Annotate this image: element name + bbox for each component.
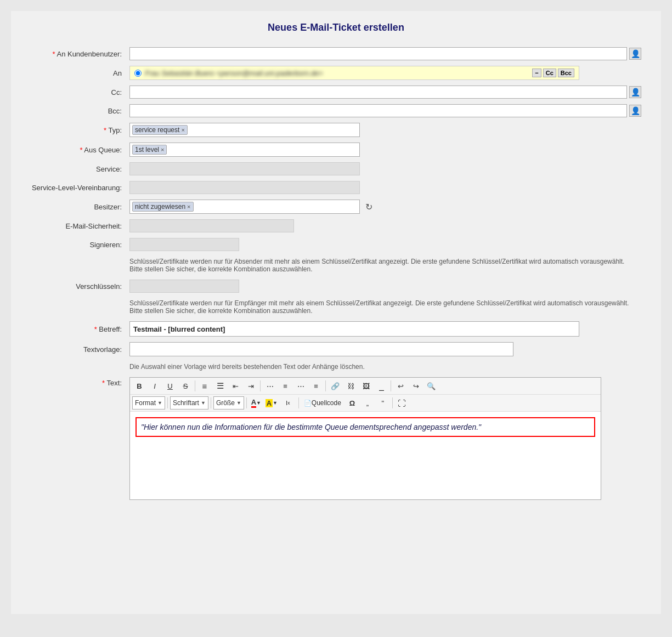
- betreff-input[interactable]: [129, 321, 579, 337]
- bcc-input[interactable]: [129, 104, 627, 117]
- besitzer-tag-remove[interactable]: ×: [187, 203, 190, 210]
- an-radio[interactable]: [134, 70, 142, 77]
- editor-toolbar-row1: B I U S ≡ ☰ ⇤ ⇥ ⋯ ≡ ⋯: [130, 378, 601, 395]
- toolbar-unlink-btn[interactable]: ⛓: [343, 379, 358, 393]
- toolbar-ordered-list-btn[interactable]: ≡: [197, 379, 212, 393]
- verschluesseln-hint-row: Schlüssel/Zertifikate werden nur für Emp…: [27, 295, 645, 318]
- an-minus-btn[interactable]: −: [532, 69, 541, 77]
- toolbar-indent-less-btn[interactable]: ⇤: [228, 379, 242, 393]
- aus-queue-tag-remove[interactable]: ×: [161, 146, 164, 153]
- toolbar-sep-5: [167, 397, 168, 408]
- toolbar-align-center-btn[interactable]: ≡: [278, 379, 292, 393]
- verschluesseln-row: Verschlüsseln:: [27, 277, 645, 295]
- sla-input[interactable]: [129, 181, 360, 194]
- an-kundenbenutzer-field: 👤: [129, 47, 641, 60]
- besitzer-label: Besitzer:: [27, 197, 126, 217]
- toolbar-fullscreen-btn[interactable]: ⛶: [395, 396, 409, 410]
- verschluesseln-label: Verschlüsseln:: [27, 277, 126, 295]
- toolbar-justify-btn[interactable]: ≡: [309, 379, 323, 393]
- typ-row: * Typ: service request ×: [27, 120, 645, 140]
- textvorlage-input[interactable]: [129, 342, 513, 356]
- toolbar-unordered-list-btn[interactable]: ☰: [213, 379, 227, 393]
- aus-queue-tag: 1st level ×: [132, 145, 167, 155]
- toolbar-underline-btn[interactable]: U: [163, 379, 177, 393]
- an-cc-btn[interactable]: Cc: [543, 69, 556, 77]
- besitzer-input[interactable]: nicht zugewiesen ×: [129, 200, 360, 214]
- toolbar-align-right-btn[interactable]: ⋯: [293, 379, 308, 393]
- editor-toolbar-row2: Format ▼ Schriftart ▼ Größe ▼: [130, 395, 601, 412]
- toolbar-strikethrough-btn[interactable]: S: [178, 379, 193, 393]
- service-input[interactable]: [129, 162, 360, 175]
- toolbar-link-btn[interactable]: 🔗: [328, 379, 342, 393]
- editor-content[interactable]: "Hier können nun die Informationen für d…: [130, 412, 601, 467]
- toolbar-omega-btn[interactable]: Ω: [345, 396, 359, 410]
- quellcode-icon: 📄: [304, 400, 312, 407]
- toolbar-schriftart-dropdown[interactable]: Schriftart ▼: [170, 396, 208, 410]
- service-row: Service:: [27, 160, 645, 178]
- textvorlage-row: Textvorlage:: [27, 339, 645, 359]
- betreff-label: * Betreff:: [27, 318, 126, 339]
- an-actions: − Cc Bcc: [532, 69, 574, 77]
- font-bg-arrow-icon: ▼: [273, 400, 278, 406]
- font-bg-a-icon: A: [266, 399, 273, 407]
- typ-input[interactable]: service request ×: [129, 123, 360, 137]
- page-container: Neues E-Mail-Ticket erstellen * An Kunde…: [11, 11, 661, 614]
- toolbar-sep-1: [195, 380, 195, 391]
- toolbar-bold-btn[interactable]: B: [132, 379, 146, 393]
- aus-queue-label: * Aus Queue:: [27, 140, 126, 160]
- toolbar-italic-btn[interactable]: I: [148, 379, 162, 393]
- toolbar-sep-3: [325, 380, 326, 391]
- refresh-icon[interactable]: ↻: [365, 202, 372, 212]
- toolbar-sep-6: [211, 397, 211, 408]
- cc-row: Cc: 👤: [27, 83, 645, 101]
- sla-label: Service-Level-Vereinbarung:: [27, 178, 126, 197]
- signieren-hint-row: Schlüssel/Zertifikate werden nur für Abs…: [27, 254, 645, 277]
- format-dropdown-arrow: ▼: [157, 400, 162, 406]
- an-kundenbenutzer-row: * An Kundenbenutzer: 👤: [27, 44, 645, 63]
- an-row-highlight: Frau Sebastián Buero <person@mail.uni-pa…: [129, 66, 579, 80]
- toolbar-font-bg-btn[interactable]: A ▼: [264, 396, 279, 410]
- toolbar-redo-btn[interactable]: ↪: [409, 379, 423, 393]
- toolbar-quote1-btn[interactable]: „: [360, 396, 375, 410]
- signieren-input[interactable]: [129, 238, 239, 251]
- schriftart-dropdown-arrow: ▼: [201, 400, 206, 406]
- toolbar-search-btn[interactable]: 🔍: [424, 379, 438, 393]
- besitzer-row: Besitzer: nicht zugewiesen × ↻: [27, 197, 645, 217]
- toolbar-quote2-btn[interactable]: ": [376, 396, 390, 410]
- cc-label: Cc:: [27, 83, 126, 101]
- besitzer-tag: nicht zugewiesen ×: [132, 202, 194, 212]
- toolbar-font-color-btn[interactable]: A ▼: [249, 396, 263, 410]
- toolbar-sep-7: [246, 397, 247, 408]
- verschluesseln-input[interactable]: [129, 280, 239, 293]
- toolbar-undo-btn[interactable]: ↩: [393, 379, 408, 393]
- an-kundenbenutzer-input[interactable]: [129, 47, 627, 60]
- email-sicherheit-row: E-Mail-Sicherheit:: [27, 217, 645, 235]
- an-bcc-btn[interactable]: Bcc: [558, 69, 574, 77]
- email-sicherheit-input[interactable]: [129, 219, 294, 232]
- typ-tag-remove[interactable]: ×: [181, 127, 184, 133]
- email-sicherheit-label: E-Mail-Sicherheit:: [27, 217, 126, 235]
- signieren-field: [129, 238, 641, 251]
- toolbar-sep-2: [260, 380, 261, 391]
- toolbar-quellcode-btn[interactable]: 📄 Quellcode: [301, 396, 344, 410]
- bcc-person-icon[interactable]: 👤: [629, 105, 641, 117]
- cc-person-icon[interactable]: 👤: [629, 86, 641, 98]
- groesse-dropdown-arrow: ▼: [236, 400, 241, 406]
- aus-queue-input[interactable]: 1st level ×: [129, 143, 360, 157]
- font-color-arrow-icon: ▼: [256, 400, 261, 406]
- toolbar-image-btn[interactable]: 🖼: [359, 379, 373, 393]
- sla-row: Service-Level-Vereinbarung:: [27, 178, 645, 197]
- an-kundenbenutzer-person-icon[interactable]: 👤: [629, 48, 641, 60]
- toolbar-hr-btn[interactable]: ⎯: [374, 379, 388, 393]
- toolbar-clear-format-btn[interactable]: Ix: [280, 396, 296, 410]
- editor-text-area[interactable]: "Hier können nun die Informationen für d…: [135, 417, 595, 437]
- toolbar-format-dropdown[interactable]: Format ▼: [132, 396, 165, 410]
- an-highlight-row: An Frau Sebastián Buero <person@mail.uni…: [27, 63, 645, 83]
- toolbar-groesse-dropdown[interactable]: Größe ▼: [213, 396, 244, 410]
- text-label: * Text:: [27, 374, 126, 503]
- toolbar-align-left-btn[interactable]: ⋯: [263, 379, 277, 393]
- cc-input[interactable]: [129, 86, 627, 99]
- toolbar-indent-more-btn[interactable]: ⇥: [244, 379, 258, 393]
- typ-tag: service request ×: [132, 125, 188, 135]
- an-kundenbenutzer-label: * An Kundenbenutzer:: [27, 44, 126, 63]
